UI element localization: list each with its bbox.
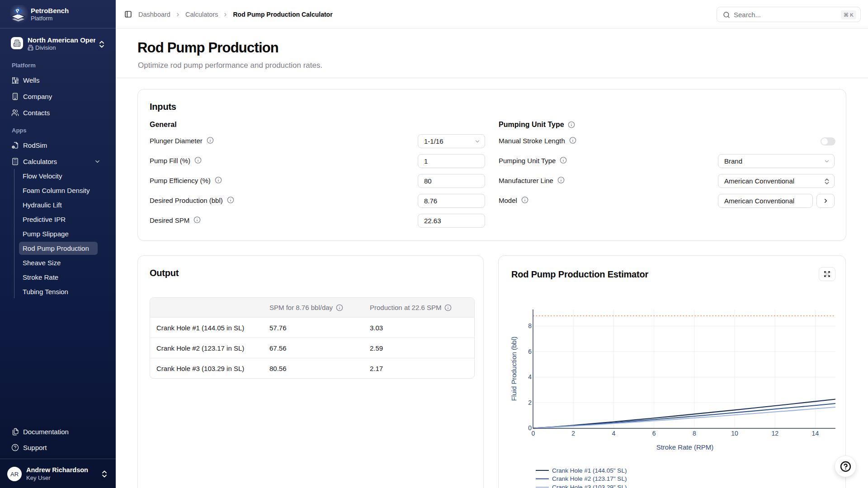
svg-text:4: 4 (612, 430, 616, 437)
svg-text:Stroke Rate (RPM): Stroke Rate (RPM) (656, 443, 714, 451)
svg-text:6: 6 (528, 348, 532, 355)
svg-text:4: 4 (528, 373, 532, 380)
svg-text:6: 6 (652, 430, 656, 437)
svg-text:0: 0 (532, 430, 535, 437)
svg-text:8: 8 (528, 322, 532, 329)
svg-text:2: 2 (528, 399, 532, 406)
svg-text:14: 14 (812, 430, 819, 437)
svg-text:8: 8 (693, 430, 696, 437)
svg-text:Fluid Production (bbl): Fluid Production (bbl) (510, 337, 518, 401)
svg-text:Crank Hole #3 (103.29" SL): Crank Hole #3 (103.29" SL) (552, 484, 627, 488)
svg-text:Crank Hole #1 (144.05" SL): Crank Hole #1 (144.05" SL) (552, 467, 627, 474)
svg-text:10: 10 (731, 430, 738, 437)
svg-text:Crank Hole #2 (123.17" SL): Crank Hole #2 (123.17" SL) (552, 475, 627, 482)
svg-text:2: 2 (571, 430, 575, 437)
svg-text:12: 12 (771, 430, 778, 437)
